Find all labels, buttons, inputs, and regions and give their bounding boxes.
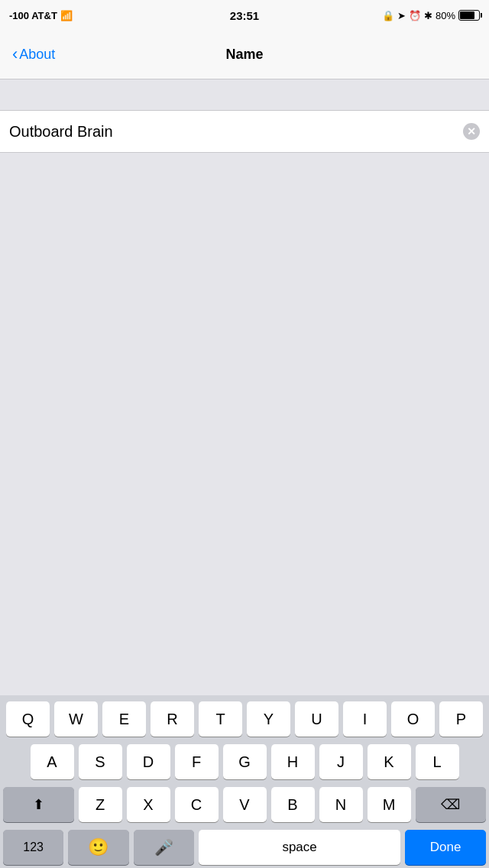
key-m[interactable]: M: [368, 787, 411, 822]
key-z[interactable]: Z: [79, 787, 122, 822]
battery-percent: 80%: [436, 10, 455, 21]
key-u[interactable]: U: [295, 701, 338, 737]
done-key[interactable]: Done: [405, 830, 486, 865]
status-bar: -100 AT&T 📶 23:51 🔒 ➤ ⏰ ✱ 80%: [0, 0, 489, 31]
input-row: ✕: [0, 110, 489, 153]
status-right-icons: 🔒 ➤ ⏰ ✱ 80%: [382, 10, 480, 21]
key-y[interactable]: Y: [247, 701, 290, 737]
key-b[interactable]: B: [271, 787, 315, 822]
nav-bar: ‹ About Name: [0, 31, 489, 79]
keyboard-row-3: ⬆ Z X C V B N M ⌫: [0, 787, 489, 822]
space-key[interactable]: space: [199, 830, 400, 865]
key-w[interactable]: W: [54, 701, 98, 737]
battery-bar: [458, 10, 480, 21]
key-i[interactable]: I: [343, 701, 387, 737]
carrier-text: -100 AT&T: [9, 10, 57, 21]
keyboard-row-4: 123 🙂 🎤 space Done: [0, 830, 489, 865]
key-x[interactable]: X: [127, 787, 170, 822]
key-p[interactable]: P: [439, 701, 483, 737]
wifi-icon: 📶: [60, 10, 73, 21]
content-area: [0, 153, 489, 695]
key-e[interactable]: E: [102, 701, 146, 737]
carrier-info: -100 AT&T 📶: [9, 10, 73, 21]
key-t[interactable]: T: [199, 701, 242, 737]
keyboard: Q W E R T Y U I O P A S D F G H J K L ⬆ …: [0, 695, 489, 868]
key-l[interactable]: L: [416, 744, 459, 779]
key-a[interactable]: A: [31, 744, 74, 779]
numbers-key[interactable]: 123: [3, 830, 63, 865]
bluetooth-icon: ✱: [424, 10, 432, 21]
delete-key[interactable]: ⌫: [416, 787, 487, 822]
back-button[interactable]: ‹ About: [6, 40, 61, 69]
key-c[interactable]: C: [175, 787, 219, 822]
emoji-key[interactable]: 🙂: [68, 830, 128, 865]
lock-icon: 🔒: [382, 10, 394, 21]
key-j[interactable]: J: [319, 744, 363, 779]
name-input[interactable]: [9, 123, 463, 141]
status-time: 23:51: [230, 9, 259, 22]
location-icon: ➤: [397, 10, 406, 21]
microphone-key[interactable]: 🎤: [134, 830, 194, 865]
key-k[interactable]: K: [368, 744, 411, 779]
keyboard-row-2: A S D F G H J K L: [0, 744, 489, 779]
key-r[interactable]: R: [151, 701, 194, 737]
key-n[interactable]: N: [319, 787, 363, 822]
key-q[interactable]: Q: [6, 701, 50, 737]
key-v[interactable]: V: [223, 787, 267, 822]
key-d[interactable]: D: [127, 744, 170, 779]
back-chevron-icon: ‹: [12, 46, 18, 63]
battery-fill: [460, 11, 474, 19]
back-label: About: [19, 47, 55, 63]
section-spacer: [0, 79, 489, 110]
clear-button[interactable]: ✕: [463, 123, 480, 140]
shift-key[interactable]: ⬆: [3, 787, 74, 822]
clear-icon: ✕: [467, 126, 476, 137]
key-s[interactable]: S: [79, 744, 122, 779]
keyboard-row-1: Q W E R T Y U I O P: [0, 701, 489, 737]
key-h[interactable]: H: [271, 744, 315, 779]
alarm-icon: ⏰: [409, 10, 421, 21]
key-o[interactable]: O: [391, 701, 435, 737]
key-f[interactable]: F: [175, 744, 219, 779]
key-g[interactable]: G: [223, 744, 267, 779]
nav-title: Name: [225, 47, 263, 63]
